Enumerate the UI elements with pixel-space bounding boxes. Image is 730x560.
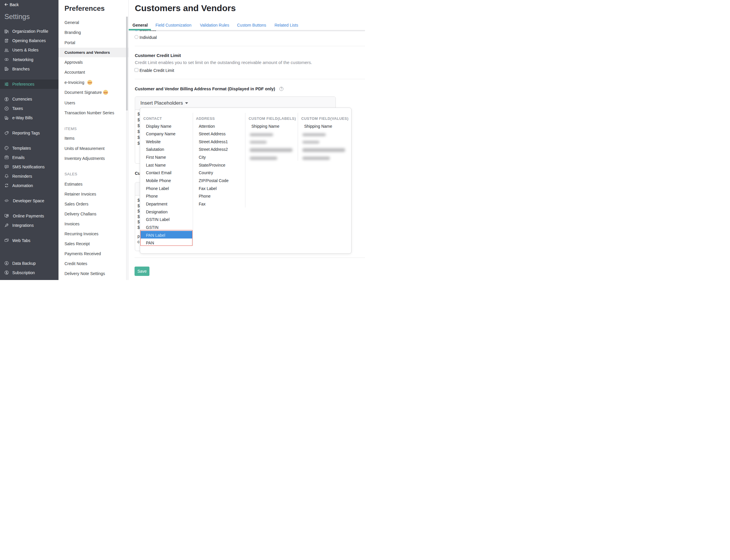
svg-text:NEW: NEW bbox=[103, 92, 108, 94]
svg-text:SMS: SMS bbox=[5, 166, 8, 167]
svg-text:e: e bbox=[5, 116, 6, 118]
svg-text:NEW: NEW bbox=[88, 82, 92, 83]
